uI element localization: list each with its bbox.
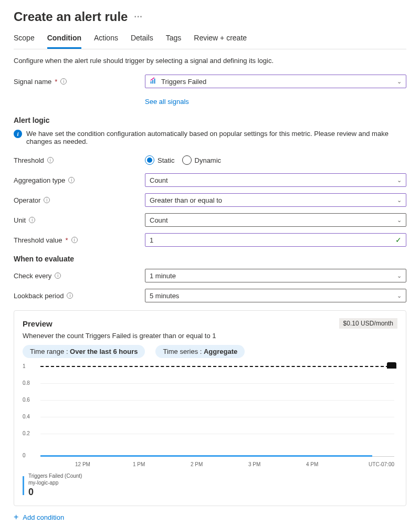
tab-review[interactable]: Review + create	[194, 30, 247, 49]
info-icon[interactable]: i	[68, 177, 75, 183]
cost-badge: $0.10 USD/month	[339, 318, 397, 329]
threshold-dynamic-radio[interactable]: Dynamic	[182, 155, 222, 165]
alert-logic-heading: Alert logic	[14, 116, 406, 124]
lookback-label: Lookback period i	[14, 292, 145, 300]
more-actions-icon[interactable]: ···	[134, 12, 142, 22]
threshold-static-radio[interactable]: Static	[145, 155, 175, 165]
page-title: Create an alert rule ···	[14, 9, 406, 24]
signal-name-label: Signal name* i	[14, 78, 145, 86]
time-range-pill[interactable]: Time range : Over the last 6 hours	[23, 345, 145, 358]
check-every-label: Check every i	[14, 272, 145, 280]
series-line	[40, 455, 372, 457]
chevron-down-icon: ⌄	[397, 272, 402, 279]
timezone-label: UTC-07:00	[369, 461, 394, 467]
preview-card: Preview $0.10 USD/month Whenever the cou…	[14, 310, 406, 506]
tab-bar: Scope Condition Actions Details Tags Rev…	[14, 30, 406, 49]
threshold-value-label: Threshold value* i	[14, 236, 145, 244]
unit-select[interactable]: Count ⌄	[145, 213, 406, 227]
info-icon[interactable]: i	[29, 217, 35, 223]
chevron-down-icon: ⌄	[397, 197, 402, 204]
threshold-value-input[interactable]: 1 ✓	[145, 233, 406, 247]
preview-summary: Whenever the count Triggers Failed is gr…	[23, 332, 397, 340]
plus-icon: +	[14, 512, 18, 522]
lookback-select[interactable]: 5 minutes ⌄	[145, 289, 406, 302]
chevron-down-icon: ⌄	[397, 292, 402, 299]
add-condition-button[interactable]: + Add condition	[14, 512, 406, 522]
time-series-pill[interactable]: Time series : Aggregate	[155, 345, 245, 358]
tab-scope[interactable]: Scope	[14, 30, 35, 49]
signal-name-select[interactable]: Triggers Failed ⌄	[145, 75, 406, 88]
info-icon: i	[14, 130, 22, 138]
check-every-select[interactable]: 1 minute ⌄	[145, 269, 406, 282]
metric-icon	[150, 77, 157, 86]
page-description: Configure when the alert rule should tri…	[14, 57, 406, 65]
operator-select[interactable]: Greater than or equal to ⌄	[145, 193, 406, 207]
when-evaluate-heading: When to evaluate	[14, 255, 406, 263]
see-all-signals-link[interactable]: See all signals	[145, 98, 189, 106]
info-icon[interactable]: i	[60, 78, 67, 85]
svg-rect-0	[151, 81, 152, 83]
preview-chart: 1 0.8 0.6 0.4 0.2 0 12 PM 1 PM 2 PM 3 PM…	[23, 364, 397, 469]
tab-actions[interactable]: Actions	[94, 30, 118, 49]
chevron-down-icon: ⌄	[397, 177, 402, 184]
valid-check-icon: ✓	[395, 236, 402, 244]
unit-label: Unit i	[14, 216, 145, 224]
operator-label: Operator i	[14, 196, 145, 204]
tab-condition[interactable]: Condition	[47, 30, 81, 49]
tab-details[interactable]: Details	[131, 30, 153, 49]
svg-rect-1	[152, 80, 153, 83]
chevron-down-icon: ⌄	[397, 78, 402, 85]
info-banner: i We have set the condition configuratio…	[14, 130, 406, 145]
info-icon[interactable]: i	[47, 157, 54, 163]
info-icon[interactable]: i	[44, 197, 50, 203]
aggregation-label: Aggregation type i	[14, 176, 145, 184]
chart-legend: Triggers Failed (Count) my-logic-app 0	[23, 472, 397, 498]
tab-tags[interactable]: Tags	[166, 30, 182, 49]
threshold-label: Threshold i	[14, 156, 145, 164]
info-icon[interactable]: i	[71, 237, 78, 243]
aggregation-select[interactable]: Count ⌄	[145, 173, 406, 187]
chevron-down-icon: ⌄	[397, 217, 402, 224]
preview-title: Preview	[23, 319, 52, 328]
svg-rect-2	[154, 78, 155, 83]
info-icon[interactable]: i	[55, 272, 61, 279]
info-icon[interactable]: i	[67, 292, 73, 299]
